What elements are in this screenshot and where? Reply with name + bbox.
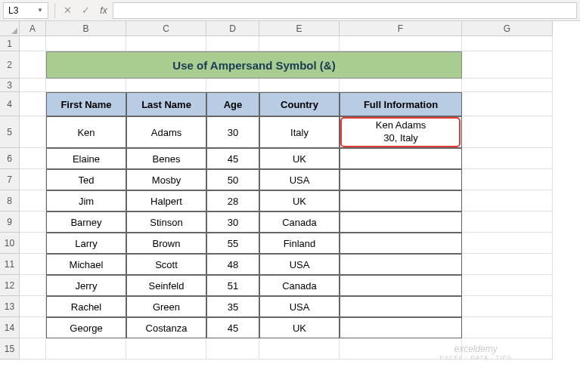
cell-full-info[interactable] bbox=[340, 254, 462, 275]
cell-full-info[interactable] bbox=[340, 275, 462, 296]
cell-last[interactable]: Adams bbox=[126, 116, 206, 148]
table-row: MichaelScott48USA bbox=[46, 254, 462, 275]
cell-first[interactable]: Elaine bbox=[46, 148, 126, 169]
cancel-icon[interactable]: ✕ bbox=[58, 2, 76, 19]
col-header[interactable]: C bbox=[126, 21, 206, 36]
cell-age[interactable]: 35 bbox=[206, 296, 259, 317]
cell-last[interactable]: Benes bbox=[126, 148, 206, 169]
table-row: ElaineBenes45UK bbox=[46, 148, 462, 169]
header-age[interactable]: Age bbox=[206, 92, 259, 116]
row-header[interactable]: 12 bbox=[0, 275, 20, 296]
column-headers: A B C D E F G bbox=[20, 21, 580, 36]
cell-first[interactable]: Rachel bbox=[46, 296, 126, 317]
cell-last[interactable]: Brown bbox=[126, 233, 206, 254]
col-header[interactable]: D bbox=[206, 21, 259, 36]
col-header[interactable]: E bbox=[259, 21, 340, 36]
cell-full-info[interactable] bbox=[340, 296, 462, 317]
cell-age[interactable]: 48 bbox=[206, 254, 259, 275]
cell-country[interactable]: Italy bbox=[259, 116, 340, 148]
cell-last[interactable]: Scott bbox=[126, 254, 206, 275]
cell-first[interactable]: Barney bbox=[46, 211, 126, 233]
row-header[interactable]: 5 bbox=[0, 116, 20, 148]
cell-age[interactable]: 30 bbox=[206, 116, 259, 148]
row-header[interactable]: 14 bbox=[0, 317, 20, 338]
cell-country[interactable]: Finland bbox=[259, 233, 340, 254]
data-table: First Name Last Name Age Country Full In… bbox=[46, 92, 462, 338]
header-country[interactable]: Country bbox=[259, 92, 340, 116]
table-row: JimHalpert28UK bbox=[46, 190, 462, 211]
row-header[interactable]: 3 bbox=[0, 79, 20, 92]
row-header[interactable]: 10 bbox=[0, 233, 20, 254]
cell-first[interactable]: Larry bbox=[46, 233, 126, 254]
cell-age[interactable]: 28 bbox=[206, 190, 259, 211]
row-header[interactable]: 7 bbox=[0, 169, 20, 190]
row-header[interactable]: 13 bbox=[0, 296, 20, 317]
watermark: exceldemy EXCEL · DATA · TIPS bbox=[439, 344, 512, 362]
cell-age[interactable]: 55 bbox=[206, 233, 259, 254]
cell-country[interactable]: USA bbox=[259, 169, 340, 190]
table-row: RachelGreen35USA bbox=[46, 296, 462, 317]
cell-first[interactable]: Ted bbox=[46, 169, 126, 190]
cell-age[interactable]: 51 bbox=[206, 275, 259, 296]
cell-country[interactable]: USA bbox=[259, 254, 340, 275]
col-header[interactable]: A bbox=[20, 21, 46, 36]
full-line1: Ken Adams bbox=[376, 119, 426, 132]
table-row: BarneyStinson30Canada bbox=[46, 211, 462, 233]
row-header[interactable]: 1 bbox=[0, 36, 20, 51]
cell-full-info[interactable] bbox=[340, 148, 462, 169]
row-header[interactable]: 11 bbox=[0, 254, 20, 275]
full-line2: 30, Italy bbox=[383, 132, 418, 145]
check-icon[interactable]: ✓ bbox=[76, 2, 95, 19]
cell-first[interactable]: Jerry bbox=[46, 275, 126, 296]
cell-country[interactable]: UK bbox=[259, 148, 340, 169]
table-row: JerrySeinfeld51Canada bbox=[46, 275, 462, 296]
cell-country[interactable]: USA bbox=[259, 296, 340, 317]
table-row: LarryBrown55Finland bbox=[46, 233, 462, 254]
cell-age[interactable]: 45 bbox=[206, 148, 259, 169]
cell-age[interactable]: 45 bbox=[206, 317, 259, 338]
title-cell[interactable]: Use of Ampersand Symbol (&) bbox=[46, 51, 462, 79]
cell-country[interactable]: Canada bbox=[259, 275, 340, 296]
table-row: GeorgeCostanza45UK bbox=[46, 317, 462, 338]
cell-country[interactable]: UK bbox=[259, 190, 340, 211]
cell-full-info[interactable] bbox=[340, 233, 462, 254]
cell-full-info[interactable] bbox=[340, 190, 462, 211]
cell-country[interactable]: Canada bbox=[259, 211, 340, 233]
col-header[interactable]: G bbox=[462, 21, 553, 36]
cell-last[interactable]: Costanza bbox=[126, 317, 206, 338]
header-full-info[interactable]: Full Information bbox=[340, 92, 462, 116]
formula-input[interactable] bbox=[113, 2, 577, 19]
cell-last[interactable]: Seinfeld bbox=[126, 275, 206, 296]
cell-first[interactable]: Jim bbox=[46, 190, 126, 211]
cells-grid[interactable]: Use of Ampersand Symbol (&) First Name L… bbox=[20, 36, 580, 360]
cell-last[interactable]: Green bbox=[126, 296, 206, 317]
cell-country[interactable]: UK bbox=[259, 317, 340, 338]
cell-age[interactable]: 50 bbox=[206, 169, 259, 190]
header-last-name[interactable]: Last Name bbox=[126, 92, 206, 116]
cell-last[interactable]: Stinson bbox=[126, 211, 206, 233]
select-all-corner[interactable] bbox=[0, 21, 20, 36]
sheet: 1 2 3 4 5 6 7 8 9 10 11 12 13 14 15 A B … bbox=[0, 21, 580, 392]
col-header[interactable]: F bbox=[340, 21, 462, 36]
row-header[interactable]: 15 bbox=[0, 338, 20, 360]
cell-first[interactable]: Ken bbox=[46, 116, 126, 148]
cell-last[interactable]: Halpert bbox=[126, 190, 206, 211]
row-header[interactable]: 2 bbox=[0, 51, 20, 79]
cell-first[interactable]: Michael bbox=[46, 254, 126, 275]
cell-first[interactable]: George bbox=[46, 317, 126, 338]
header-first-name[interactable]: First Name bbox=[46, 92, 126, 116]
cell-full-info[interactable] bbox=[340, 211, 462, 233]
col-header[interactable]: B bbox=[46, 21, 126, 36]
cell-full-info[interactable] bbox=[340, 169, 462, 190]
cell-age[interactable]: 30 bbox=[206, 211, 259, 233]
cell-full-info[interactable] bbox=[340, 317, 462, 338]
row-header[interactable]: 9 bbox=[0, 211, 20, 233]
row-header[interactable]: 4 bbox=[0, 92, 20, 116]
fx-icon[interactable]: fx bbox=[95, 2, 113, 19]
name-box[interactable]: L3 ▼ bbox=[3, 2, 48, 19]
row-header[interactable]: 8 bbox=[0, 190, 20, 211]
cell-full-info[interactable]: Ken Adams 30, Italy bbox=[340, 116, 462, 148]
row-header[interactable]: 6 bbox=[0, 148, 20, 169]
cell-last[interactable]: Mosby bbox=[126, 169, 206, 190]
row-headers: 1 2 3 4 5 6 7 8 9 10 11 12 13 14 15 bbox=[0, 36, 20, 360]
